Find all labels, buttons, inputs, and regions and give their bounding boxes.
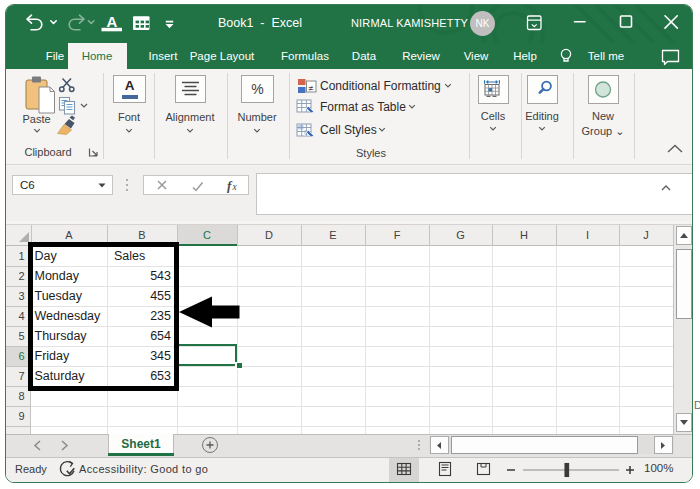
svg-text:≠: ≠ <box>309 83 314 93</box>
svg-text:x: x <box>232 182 238 192</box>
